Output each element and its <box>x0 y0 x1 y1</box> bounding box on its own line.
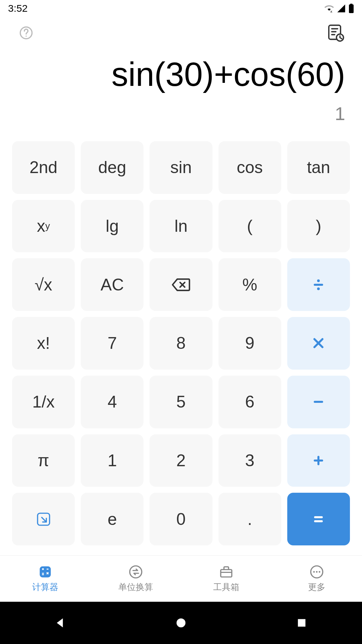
key-rparen[interactable]: ) <box>287 200 350 253</box>
key-7[interactable]: 7 <box>81 317 143 370</box>
minus-icon <box>312 396 324 408</box>
nav-more-label: 更多 <box>308 581 325 593</box>
expression: sin(30)+cos(60) <box>17 56 345 93</box>
nav-toolbox[interactable]: 工具箱 <box>181 556 272 602</box>
wifi-off-icon: x <box>324 4 334 13</box>
key-deg[interactable]: deg <box>81 141 143 194</box>
system-nav-bar <box>0 602 362 644</box>
nav-unit-label: 单位换算 <box>118 581 153 593</box>
help-button[interactable] <box>17 23 36 42</box>
battery-icon <box>349 4 354 13</box>
svg-point-35 <box>313 571 315 573</box>
key-plus[interactable] <box>287 434 350 487</box>
recents-icon <box>297 618 307 628</box>
toolbox-icon <box>219 565 234 579</box>
equals-icon <box>312 513 324 525</box>
key-ac[interactable]: AC <box>81 258 143 311</box>
key-6[interactable]: 6 <box>219 376 281 428</box>
key-power-base: x <box>37 216 45 236</box>
svg-rect-30 <box>42 574 44 575</box>
key-1[interactable]: 1 <box>81 434 143 487</box>
svg-rect-23 <box>314 516 323 518</box>
key-minus[interactable] <box>287 376 350 428</box>
key-divide[interactable] <box>287 258 350 311</box>
svg-rect-27 <box>43 568 44 570</box>
key-pi[interactable]: π <box>12 434 75 487</box>
help-icon <box>19 26 33 40</box>
status-bar: 3:52 x <box>0 0 362 17</box>
key-sqrt[interactable]: √x <box>12 258 75 311</box>
back-icon <box>54 617 66 629</box>
svg-rect-15 <box>314 284 323 286</box>
collapse-icon <box>36 512 51 527</box>
svg-rect-29 <box>42 573 44 574</box>
converter-icon <box>128 565 143 579</box>
key-4[interactable]: 4 <box>81 376 143 428</box>
home-icon <box>176 618 186 628</box>
status-time: 3:52 <box>8 3 27 14</box>
nav-calculator[interactable]: 计算器 <box>0 556 90 602</box>
key-cos[interactable]: cos <box>219 141 281 194</box>
svg-rect-24 <box>314 520 323 522</box>
divide-icon <box>312 278 325 291</box>
sys-home-button[interactable] <box>173 614 189 631</box>
keypad: 2nd deg sin cos tan xy lg ln ( ) √x AC %… <box>0 135 362 555</box>
svg-rect-21 <box>317 456 319 465</box>
key-power[interactable]: xy <box>12 200 75 253</box>
svg-point-4 <box>25 36 27 37</box>
nav-calculator-label: 计算器 <box>32 581 58 593</box>
key-9[interactable]: 9 <box>219 317 281 370</box>
nav-toolbox-label: 工具箱 <box>213 581 239 593</box>
key-tan[interactable]: tan <box>287 141 350 194</box>
svg-rect-39 <box>298 619 306 627</box>
calculator-icon <box>38 565 53 579</box>
multiply-icon <box>312 337 324 349</box>
plus-icon <box>312 454 324 467</box>
key-backspace[interactable] <box>149 258 212 311</box>
nav-unit-converter[interactable]: 单位换算 <box>90 556 181 602</box>
key-reciprocal[interactable]: 1/x <box>12 376 75 428</box>
svg-rect-19 <box>314 401 323 403</box>
svg-point-31 <box>130 566 142 578</box>
result: 1 <box>17 103 345 124</box>
key-8[interactable]: 8 <box>149 317 212 370</box>
key-factorial[interactable]: x! <box>12 317 75 370</box>
sys-recents-button[interactable] <box>293 614 310 631</box>
key-lparen[interactable]: ( <box>219 200 281 253</box>
history-button[interactable] <box>326 23 345 42</box>
key-multiply[interactable] <box>287 317 350 370</box>
key-0[interactable]: 0 <box>149 493 212 545</box>
key-ln[interactable]: ln <box>149 200 212 253</box>
svg-point-14 <box>317 279 320 282</box>
svg-rect-2 <box>350 4 353 5</box>
history-icon <box>326 23 345 42</box>
key-percent[interactable]: % <box>219 258 281 311</box>
key-5[interactable]: 5 <box>149 376 212 428</box>
key-equals[interactable] <box>287 493 350 545</box>
bottom-nav: 计算器 单位换算 工具箱 更多 <box>0 555 362 602</box>
nav-more[interactable]: 更多 <box>272 556 362 602</box>
key-dot[interactable]: . <box>219 493 281 545</box>
key-collapse[interactable] <box>12 493 75 545</box>
svg-rect-1 <box>349 4 354 13</box>
signal-icon <box>337 4 346 13</box>
key-sin[interactable]: sin <box>149 141 212 194</box>
key-power-sup: y <box>45 221 50 231</box>
key-e[interactable]: e <box>81 493 143 545</box>
svg-point-38 <box>177 619 186 628</box>
key-2[interactable]: 2 <box>149 434 212 487</box>
key-2nd[interactable]: 2nd <box>12 141 75 194</box>
sys-back-button[interactable] <box>52 614 69 631</box>
display: sin(30)+cos(60) 1 <box>0 42 362 135</box>
backspace-icon <box>172 278 190 291</box>
key-lg[interactable]: lg <box>81 200 143 253</box>
svg-point-37 <box>319 571 320 573</box>
svg-point-36 <box>316 571 318 573</box>
svg-rect-32 <box>221 570 232 577</box>
svg-text:x: x <box>330 9 333 13</box>
svg-rect-28 <box>47 569 49 570</box>
key-3[interactable]: 3 <box>219 434 281 487</box>
svg-point-16 <box>317 287 320 290</box>
svg-rect-25 <box>40 567 51 578</box>
status-icons: x <box>324 4 354 13</box>
